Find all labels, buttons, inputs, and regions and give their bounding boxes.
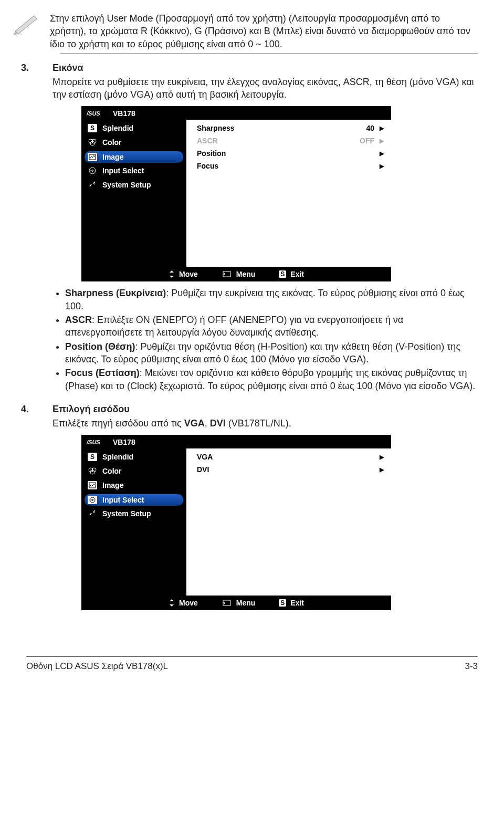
menu-label-input: Input Select	[102, 166, 144, 175]
bullet-ascr: ASCR: Επιλέξτε ON (ΕΝΕΡΓΟ) ή OFF (ΑΝΕΝΕΡ…	[65, 314, 478, 339]
menu-label-system: System Setup	[102, 509, 151, 518]
value-sharpness: 40	[366, 124, 374, 132]
arrow-right-icon: ▶	[380, 125, 384, 132]
label-ascr: ASCR	[197, 137, 218, 145]
arrow-right-icon: ▶	[380, 454, 384, 461]
osd-model: VB178	[113, 438, 135, 446]
osd-model: VB178	[113, 109, 135, 118]
input-icon	[88, 166, 97, 175]
system-icon	[88, 509, 97, 518]
nav-move[interactable]: Move	[169, 599, 198, 607]
setting-row-position[interactable]: Position ▶	[197, 148, 384, 159]
svg-text:/SUS: /SUS	[87, 439, 100, 445]
arrow-right-icon: ▶	[380, 138, 384, 144]
exit-icon: S	[279, 599, 286, 607]
nav-label-move: Move	[179, 599, 198, 607]
move-icon	[169, 270, 175, 278]
section-paragraph-image: Μπορείτε να ρυθμίσετε την ευκρίνεια, την…	[52, 76, 478, 101]
nav-label-exit: Exit	[290, 270, 304, 278]
nav-move[interactable]: Move	[169, 270, 198, 278]
menu-label-splendid: Splendid	[102, 124, 133, 132]
setting-row-ascr: ASCR OFF▶	[197, 135, 384, 146]
menu-label-color: Color	[102, 138, 122, 147]
arrow-right-icon: ▶	[380, 150, 384, 157]
label-dvi: DVI	[197, 465, 209, 474]
nav-menu[interactable]: Menu	[222, 270, 256, 278]
section-title-input: Επιλογή εισόδου	[52, 404, 478, 415]
note-text: Στην επιλογή User Mode (Προσαρμογή από τ…	[50, 11, 478, 50]
arrow-right-icon: ▶	[380, 466, 384, 473]
nav-label-menu: Menu	[236, 599, 256, 607]
bullet-sharpness: Sharpness (Ευκρίνεια): Ρυθμίζει την ευκρ…	[65, 287, 478, 312]
image-icon	[88, 153, 97, 161]
setting-row-sharpness[interactable]: Sharpness 40▶	[197, 123, 384, 133]
svg-rect-11	[89, 483, 96, 488]
nav-label-move: Move	[179, 270, 198, 278]
svg-text:/SUS: /SUS	[87, 110, 100, 117]
value-ascr: OFF	[360, 137, 374, 145]
menu-icon	[222, 270, 232, 278]
menu-label-input: Input Select	[102, 496, 144, 504]
label-sharpness: Sharpness	[197, 124, 235, 132]
section-title-image: Εικόνα	[52, 62, 478, 74]
menu-label-system: System Setup	[102, 181, 151, 189]
osd-panel-image: /SUS VB178 S Splendid Color	[81, 106, 391, 281]
splendid-icon: S	[88, 453, 97, 461]
section-number-4: 4.	[10, 404, 37, 615]
menu-item-system[interactable]: System Setup	[81, 507, 186, 520]
footer-page-number: 3-3	[465, 661, 478, 672]
input-icon	[88, 496, 97, 504]
osd-panel-input: /SUS VB178 S Splendid Color	[81, 435, 391, 610]
asus-logo: /SUS	[87, 110, 109, 117]
move-icon	[169, 599, 175, 607]
section-number-3: 3.	[10, 62, 37, 400]
nav-exit[interactable]: S Exit	[279, 599, 304, 607]
section-paragraph-input: Επιλέξτε πηγή εισόδου από τις VGA, DVI (…	[52, 417, 478, 430]
setting-row-vga[interactable]: VGA ▶	[197, 452, 384, 462]
menu-label-color: Color	[102, 467, 122, 475]
menu-label-splendid: Splendid	[102, 453, 133, 461]
label-focus: Focus	[197, 162, 218, 170]
menu-item-image[interactable]: Image	[81, 479, 186, 492]
menu-item-input[interactable]: Input Select	[81, 164, 186, 177]
menu-item-input-selected[interactable]: Input Select	[85, 494, 183, 506]
bullet-focus: Focus (Εστίαση): Μειώνει τον οριζόντιο κ…	[65, 367, 478, 392]
note-separator	[60, 54, 478, 54]
asus-logo: /SUS	[87, 439, 109, 445]
menu-item-image-selected[interactable]: Image	[85, 151, 183, 163]
nav-label-exit: Exit	[290, 599, 304, 607]
nav-exit[interactable]: S Exit	[279, 270, 304, 278]
menu-item-splendid[interactable]: S Splendid	[81, 122, 186, 134]
menu-item-color[interactable]: Color	[81, 136, 186, 149]
menu-item-color[interactable]: Color	[81, 465, 186, 477]
nav-menu[interactable]: Menu	[222, 599, 256, 607]
setting-row-dvi[interactable]: DVI ▶	[197, 464, 384, 475]
bullet-position: Position (Θέση): Ρυθμίζει την οριζόντια …	[65, 340, 478, 366]
menu-icon	[222, 599, 232, 607]
nav-label-menu: Menu	[236, 270, 256, 278]
setting-row-focus[interactable]: Focus ▶	[197, 161, 384, 171]
system-icon	[88, 181, 97, 189]
footer-left: Οθόνη LCD ASUS Σειρά VB178(x)L	[26, 661, 168, 672]
svg-rect-4	[89, 154, 96, 160]
note-icon	[10, 11, 42, 37]
label-position: Position	[197, 149, 226, 158]
menu-item-splendid[interactable]: S Splendid	[81, 451, 186, 463]
menu-label-image: Image	[102, 153, 123, 161]
image-icon	[88, 481, 97, 489]
menu-item-system[interactable]: System Setup	[81, 179, 186, 191]
color-icon	[88, 467, 97, 475]
label-vga: VGA	[197, 453, 213, 461]
color-icon	[88, 138, 97, 147]
splendid-icon: S	[88, 124, 97, 132]
menu-label-image: Image	[102, 481, 123, 489]
arrow-right-icon: ▶	[380, 163, 384, 170]
exit-icon: S	[279, 270, 286, 278]
